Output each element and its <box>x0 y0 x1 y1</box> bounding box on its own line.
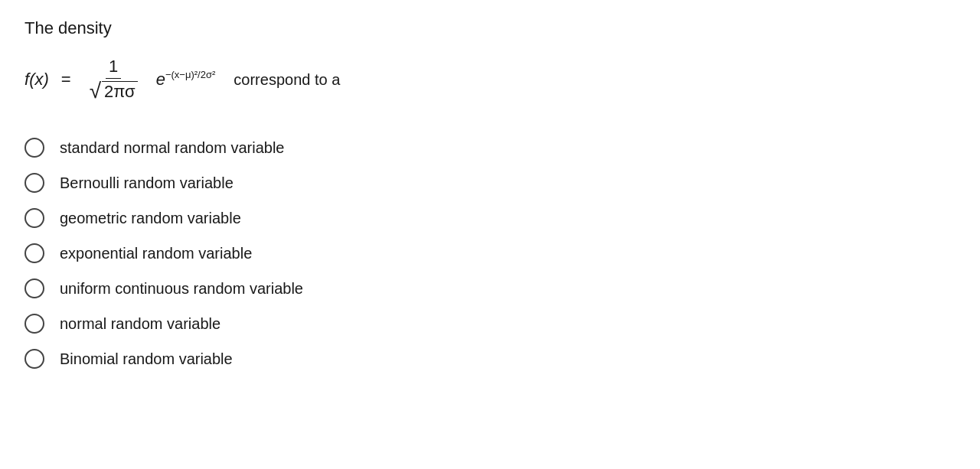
option-item-5[interactable]: uniform continuous random variable <box>24 271 956 306</box>
correspond-text: correspond to a <box>234 71 340 89</box>
radio-circle-4[interactable] <box>24 243 44 263</box>
exp-power: −(x−μ)²/2σ² <box>165 70 215 80</box>
radio-circle-1[interactable] <box>24 138 44 158</box>
formula-exponent: e−(x−μ)²/2σ² <box>156 70 216 90</box>
option-label-3: geometric random variable <box>60 210 241 227</box>
formula-lhs: f(x) <box>24 70 49 90</box>
option-label-4: exponential random variable <box>60 245 252 262</box>
radio-circle-7[interactable] <box>24 349 44 369</box>
option-label-6: normal random variable <box>60 315 220 333</box>
option-item-1[interactable]: standard normal random variable <box>24 130 956 165</box>
radio-circle-2[interactable] <box>24 173 44 193</box>
formula-row: f(x) = 1 √ 2πσ e−(x−μ)²/2σ² correspond t… <box>24 57 956 103</box>
page-title: The density <box>24 18 956 38</box>
formula-equals: = <box>61 70 71 90</box>
fraction-denominator: √ 2πσ <box>87 79 141 103</box>
option-item-6[interactable]: normal random variable <box>24 306 956 341</box>
option-item-7[interactable]: Binomial random variable <box>24 341 956 376</box>
formula-fraction: 1 √ 2πσ <box>87 57 141 103</box>
option-label-1: standard normal random variable <box>60 139 285 157</box>
sqrt-symbol: √ <box>90 80 101 102</box>
radio-circle-5[interactable] <box>24 278 44 298</box>
options-list: standard normal random variableBernoulli… <box>24 130 956 376</box>
option-label-7: Binomial random variable <box>60 350 233 368</box>
option-label-2: Bernoulli random variable <box>60 174 234 192</box>
fraction-numerator: 1 <box>106 57 121 79</box>
option-label-5: uniform continuous random variable <box>60 280 303 298</box>
option-item-3[interactable]: geometric random variable <box>24 200 956 236</box>
option-item-4[interactable]: exponential random variable <box>24 236 956 271</box>
radio-circle-3[interactable] <box>24 208 44 228</box>
radio-circle-6[interactable] <box>24 314 44 334</box>
option-item-2[interactable]: Bernoulli random variable <box>24 165 956 200</box>
sqrt-wrapper: √ 2πσ <box>90 80 138 102</box>
exp-base: e <box>156 70 165 90</box>
sqrt-content: 2πσ <box>102 81 138 102</box>
